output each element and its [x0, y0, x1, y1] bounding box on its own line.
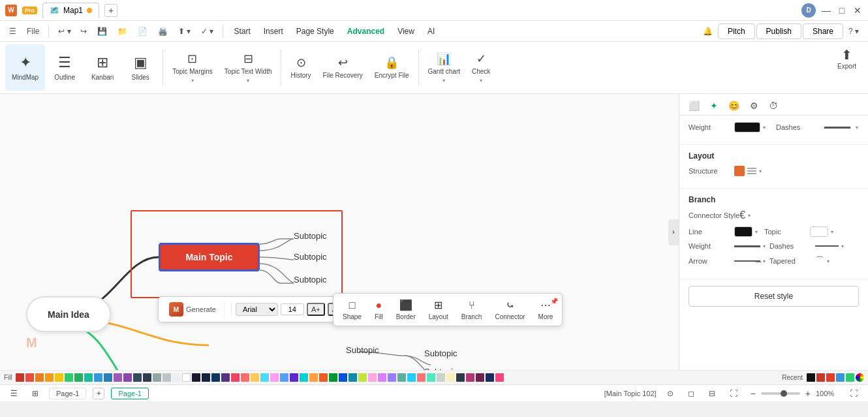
- panel-tab-shield[interactable]: ⚙: [746, 97, 762, 115]
- structure-icon-lines[interactable]: [747, 168, 756, 174]
- add-tab-button[interactable]: +: [104, 4, 117, 17]
- color-chip-yellow2[interactable]: [55, 373, 63, 382]
- topic-color[interactable]: [810, 226, 828, 237]
- dashes-2-dropdown[interactable]: ▾: [841, 243, 844, 249]
- weight-swatch[interactable]: [734, 122, 760, 132]
- slides-button[interactable]: ▣ Slides: [122, 44, 159, 91]
- canvas[interactable]: Main Idea Main Topic Main Topic Subtopic…: [0, 94, 679, 370]
- color-chip-salmon[interactable]: [241, 373, 249, 382]
- color-chip-skyblue[interactable]: [280, 373, 288, 382]
- panel-tab-ai[interactable]: ✦: [706, 97, 722, 115]
- topic-margins-button[interactable]: ⊡ Topic Margins ▾: [167, 44, 218, 91]
- save-button[interactable]: 💾: [93, 25, 111, 38]
- subtopic-1[interactable]: Subtopic: [294, 231, 327, 241]
- menu-start[interactable]: Start: [228, 24, 255, 39]
- split-page-icon[interactable]: ⊟: [705, 387, 719, 400]
- color-chip-red2[interactable]: [25, 373, 34, 382]
- color-chip-green[interactable]: [65, 373, 73, 382]
- print-button[interactable]: 🖨️: [154, 25, 172, 38]
- main-idea-node[interactable]: Main Idea: [26, 296, 111, 332]
- encrypt-file-button[interactable]: 🔒 Encrypt File: [369, 44, 414, 91]
- color-chip-cream[interactable]: [446, 373, 455, 382]
- new-button[interactable]: 📄: [134, 25, 151, 38]
- status-menu-icon[interactable]: ☰: [7, 387, 22, 400]
- structure-icon-orange[interactable]: [734, 166, 745, 176]
- pin-icon[interactable]: 📌: [550, 298, 558, 305]
- line-color[interactable]: [734, 226, 752, 237]
- zoom-in-button[interactable]: +: [803, 388, 813, 399]
- color-chip-silver[interactable]: [437, 373, 445, 382]
- panel-tab-clock[interactable]: ⏱: [765, 97, 782, 115]
- color-chip-azure[interactable]: [407, 373, 416, 382]
- subtopic-3[interactable]: Subtopic: [294, 275, 327, 285]
- zoom-slider-handle[interactable]: [781, 390, 787, 397]
- export-button[interactable]: ⬆ Export: [831, 44, 863, 91]
- color-chip-teal[interactable]: [84, 373, 93, 382]
- color-chip-dark2[interactable]: [143, 373, 151, 382]
- map-tab[interactable]: 🗺️ Map1: [42, 3, 99, 18]
- check-button[interactable]: ✓ Check ▾: [467, 44, 495, 91]
- outline-button[interactable]: ☰ Outline: [46, 44, 83, 91]
- generate-button[interactable]: M Generate: [164, 301, 225, 318]
- export-quick[interactable]: ⬆ ▾: [174, 25, 194, 38]
- weight-dropdown[interactable]: ▾: [763, 125, 766, 131]
- color-chip-aqua[interactable]: [300, 373, 308, 382]
- subtopic-4[interactable]: Subtopic: [346, 345, 379, 355]
- tapered-dropdown[interactable]: ▾: [827, 258, 829, 264]
- file-menu[interactable]: File: [23, 25, 43, 38]
- color-chip-hotpink[interactable]: [495, 373, 504, 382]
- font-family-select[interactable]: Arial: [236, 303, 278, 316]
- connector-style-icon[interactable]: €: [739, 209, 745, 221]
- menu-ai[interactable]: AI: [422, 24, 440, 39]
- recent-chip-2[interactable]: [816, 373, 825, 382]
- color-chip-teal2[interactable]: [349, 373, 357, 382]
- color-chip-blue[interactable]: [94, 373, 102, 382]
- color-chip-darkgreen[interactable]: [329, 373, 337, 382]
- help-button[interactable]: ? ▾: [845, 25, 863, 38]
- font-size-input[interactable]: [281, 303, 304, 315]
- zoom-out-button[interactable]: −: [748, 388, 758, 399]
- color-chip-charcoal[interactable]: [456, 373, 465, 382]
- open-button[interactable]: 📁: [114, 25, 131, 38]
- recent-chip-5[interactable]: [846, 373, 854, 382]
- mindmap-button[interactable]: ✦ MindMap: [5, 44, 45, 91]
- dashes-2-swatch[interactable]: [815, 245, 839, 247]
- color-chip-gray[interactable]: [153, 373, 161, 382]
- minimize-button[interactable]: —: [821, 5, 831, 16]
- color-chip-gold[interactable]: [251, 373, 259, 382]
- main-topic-red-node[interactable]: Main Topic: [159, 243, 260, 271]
- page-add-button[interactable]: +: [93, 388, 104, 399]
- close-button[interactable]: ✕: [852, 5, 863, 16]
- color-chip-gray2[interactable]: [163, 373, 171, 382]
- panel-toggle[interactable]: ›: [668, 219, 679, 245]
- color-chip-midnight[interactable]: [486, 373, 494, 382]
- recent-chip-1[interactable]: [807, 373, 815, 382]
- border-button[interactable]: ⬛ Border: [392, 298, 420, 322]
- weight-2-swatch[interactable]: [734, 245, 760, 247]
- publish-button[interactable]: Publish: [756, 23, 801, 39]
- color-chip-purple2[interactable]: [123, 373, 132, 382]
- topic-text-width-button[interactable]: ⊟ Topic Text Width ▾: [219, 44, 277, 91]
- kanban-button[interactable]: ⊞ Kanban: [84, 44, 121, 91]
- shape-button[interactable]: □ Shape: [339, 298, 365, 322]
- color-chip-coral[interactable]: [319, 373, 328, 382]
- page-tab-1[interactable]: Page-1: [49, 388, 86, 399]
- color-chip-violet[interactable]: [221, 373, 230, 382]
- color-chip-white[interactable]: [182, 373, 191, 382]
- color-chip-maroon[interactable]: [476, 373, 484, 382]
- recent-chip-4[interactable]: [836, 373, 845, 382]
- color-chip-navy2[interactable]: [202, 373, 210, 382]
- share-button[interactable]: Share: [803, 23, 843, 39]
- collapse-button[interactable]: ☰: [5, 25, 20, 38]
- color-chip-lime[interactable]: [358, 373, 367, 382]
- subtopic-6[interactable]: Subtopic: [424, 367, 457, 370]
- check-mark[interactable]: ✓ ▾: [197, 25, 217, 38]
- pitch-button[interactable]: Pitch: [718, 23, 755, 39]
- color-chip-green2[interactable]: [74, 373, 83, 382]
- color-chip-yellow[interactable]: [45, 373, 54, 382]
- color-chip-cyan[interactable]: [260, 373, 269, 382]
- color-chip-rose[interactable]: [368, 373, 377, 382]
- maximize-button[interactable]: □: [837, 5, 847, 16]
- color-chip-sage[interactable]: [397, 373, 406, 382]
- panel-tab-emoji[interactable]: 😊: [724, 97, 743, 115]
